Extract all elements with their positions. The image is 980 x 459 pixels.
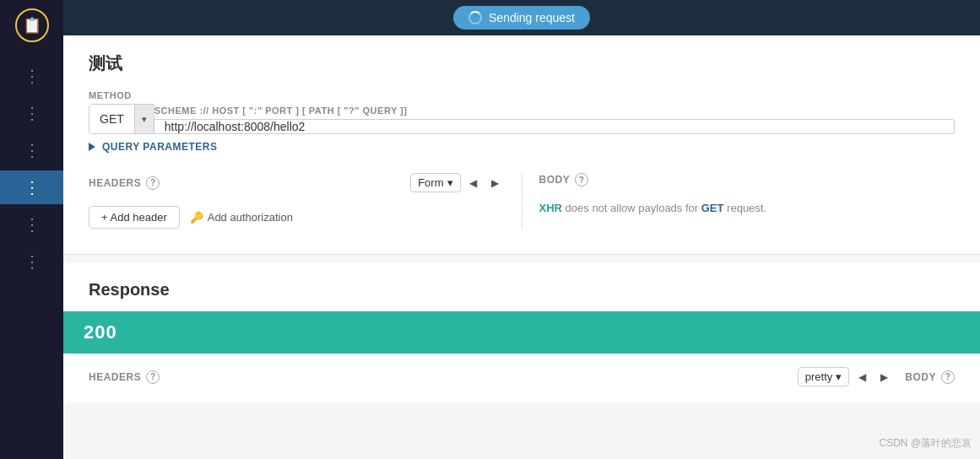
sidebar-dot-2: ⋮ [24,105,41,122]
response-headers-section: HEADERS ? pretty ▾ ◀ ▶ BODY ? [89,367,955,403]
headers-label: HEADERS [89,177,141,189]
sidebar-dot-3: ⋮ [24,142,41,159]
sidebar-dot-5: ⋮ [24,216,41,233]
response-body-text: BODY [905,371,936,383]
response-section-header: HEADERS ? pretty ▾ ◀ ▶ BODY ? [89,367,955,386]
sidebar-dot-6: ⋮ [24,253,41,270]
body-message-text: does not allow payloads for [566,202,701,214]
spinner-icon [468,11,482,24]
sidebar-item-1[interactable]: ⋮ [0,59,63,93]
query-params-label: QUERY PARAMETERS [102,141,217,153]
method-label: METHOD [89,90,154,100]
sidebar-item-4[interactable]: ⋮ [0,170,63,204]
response-body-help-icon[interactable]: ? [941,370,955,384]
lock-icon: 🔑 [190,211,203,224]
response-body-label: BODY ? [905,370,955,384]
response-controls: pretty ▾ ◀ ▶ BODY ? [798,367,955,386]
response-headers-title: HEADERS [89,371,141,383]
get-text: GET [701,202,724,214]
url-input[interactable] [154,119,955,134]
sidebar-logo[interactable]: 📋 [15,8,49,42]
body-help-icon[interactable]: ? [575,173,588,186]
method-select[interactable]: GET ▾ [89,104,154,134]
sidebar-dot-4: ⋮ [24,179,41,196]
pretty-label: pretty [805,370,833,383]
test-panel: 测试 METHOD GET ▾ SCHEME :// HOST [ ":" PO… [63,35,980,255]
url-row: METHOD GET ▾ SCHEME :// HOST [ ":" PORT … [89,90,955,134]
sidebar-item-2[interactable]: ⋮ [0,96,63,130]
body-title: BODY ? [539,173,589,186]
headers-title: HEADERS ? [89,176,160,190]
query-params-triangle [89,143,95,151]
sidebar: 📋 ⋮ ⋮ ⋮ ⋮ ⋮ ⋮ [0,0,63,459]
response-headers-label: HEADERS ? [89,370,160,384]
xhr-text: XHR [539,202,562,214]
method-dropdown-arrow[interactable]: ▾ [134,105,154,133]
body-section-header: BODY ? [539,173,956,186]
add-header-button[interactable]: + Add header [89,206,180,229]
page-title: 测试 [89,52,955,75]
method-wrapper: METHOD GET ▾ [89,90,154,134]
form-arrow: ▾ [447,176,453,189]
sidebar-dot-1: ⋮ [24,68,41,84]
body-message: XHR does not allow payloads for GET requ… [539,200,956,217]
topbar: Sending request [63,0,980,35]
watermark: CSDN @落叶的悲哀 [879,436,972,451]
body-message-end: request. [727,202,766,214]
sidebar-item-3[interactable]: ⋮ [0,133,63,167]
headers-section-header: HEADERS ? Form ▾ ◀ ▶ [89,173,505,192]
method-value: GET [89,105,134,133]
headers-action-buttons: + Add header 🔑 Add authorization [89,206,505,229]
pretty-arrow: ▾ [836,370,842,383]
query-params-row[interactable]: QUERY PARAMETERS [89,134,955,159]
add-authorization-button[interactable]: 🔑 Add authorization [190,207,293,228]
body-panel: BODY ? XHR does not allow payloads for G… [522,173,956,229]
headers-help-icon[interactable]: ? [146,176,160,190]
headers-body-section: HEADERS ? Form ▾ ◀ ▶ + Add header [89,173,955,229]
status-code: 200 [84,321,117,343]
headers-nav-right[interactable]: ▶ [486,174,505,192]
sidebar-item-5[interactable]: ⋮ [0,208,63,241]
status-bar: 200 [63,311,980,354]
response-headers-help-icon[interactable]: ? [146,370,160,384]
watermark-text: CSDN @落叶的悲哀 [879,437,972,449]
url-wrapper: SCHEME :// HOST [ ":" PORT ] [ PATH [ "?… [154,105,955,134]
pretty-select[interactable]: pretty ▾ [798,367,850,386]
headers-panel: HEADERS ? Form ▾ ◀ ▶ + Add header [89,173,522,229]
response-nav-left[interactable]: ◀ [853,368,871,386]
sending-request-badge: Sending request [453,6,590,30]
response-nav-right[interactable]: ▶ [874,368,893,386]
form-label: Form [418,176,443,189]
url-label: SCHEME :// HOST [ ":" PORT ] [ PATH [ "?… [154,105,955,116]
body-label: BODY [539,174,571,186]
headers-controls: Form ▾ ◀ ▶ [410,173,504,192]
response-panel: Response 200 HEADERS ? pretty ▾ ◀ ▶ [63,263,980,403]
headers-nav-left[interactable]: ◀ [464,174,483,192]
logo-icon: 📋 [23,16,41,35]
response-title: Response [89,280,955,300]
form-select[interactable]: Form ▾ [410,173,460,192]
main-content: Sending request 测试 METHOD GET ▾ SCHEME :… [63,0,980,459]
sending-request-label: Sending request [489,11,575,24]
sidebar-item-6[interactable]: ⋮ [0,245,63,278]
add-auth-label: Add authorization [208,211,293,224]
